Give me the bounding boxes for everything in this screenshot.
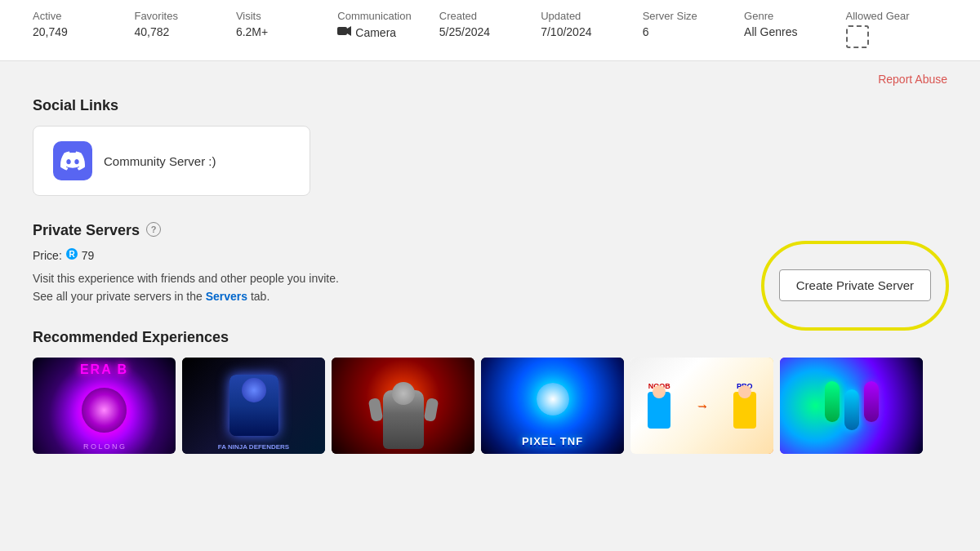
report-abuse-row: Report Abuse xyxy=(33,61,947,94)
create-server-container: Create Private Server xyxy=(779,269,931,301)
card-2-figure xyxy=(229,375,278,436)
stat-favorites-label: Favorites xyxy=(134,10,177,22)
private-servers-text: Visit this experience with friends and o… xyxy=(33,269,779,306)
servers-tab-link[interactable]: Servers xyxy=(206,290,247,303)
game-card-2[interactable]: FA NINJA DEFENDERS xyxy=(182,358,325,454)
stat-favorites-value: 40,782 xyxy=(134,25,169,38)
stat-updated-label: Updated xyxy=(541,10,581,22)
stat-allowed-gear-value xyxy=(846,25,869,51)
stat-created-label: Created xyxy=(439,10,477,22)
report-abuse-link[interactable]: Report Abuse xyxy=(878,73,947,86)
stat-genre-value: All Genres xyxy=(744,25,797,38)
price-label: Price: xyxy=(33,249,62,262)
stat-active-label: Active xyxy=(33,10,61,22)
card-1-orb xyxy=(82,388,127,433)
svg-text:R: R xyxy=(69,250,75,259)
stat-visits: Visits 6.2M+ xyxy=(236,10,337,51)
card-4-orb xyxy=(537,383,569,415)
help-icon[interactable]: ? xyxy=(146,222,161,237)
stat-created: Created 5/25/2024 xyxy=(439,10,541,51)
stat-active-value: 20,749 xyxy=(33,25,68,38)
create-private-server-button[interactable]: Create Private Server xyxy=(779,269,931,301)
stat-visits-value: 6.2M+ xyxy=(236,25,268,38)
svg-rect-0 xyxy=(337,27,347,35)
card-2-title: FA NINJA DEFENDERS xyxy=(182,443,325,451)
stat-server-size-value: 6 xyxy=(643,25,649,38)
social-links-title: Social Links xyxy=(33,97,947,114)
card-3-body xyxy=(383,390,424,449)
private-servers-desc-2: See all your private servers in the Serv… xyxy=(33,287,779,305)
stat-updated: Updated 7/10/2024 xyxy=(541,10,642,51)
social-links-section: Social Links Community Server :) xyxy=(33,97,947,196)
stat-visits-label: Visits xyxy=(236,10,261,22)
game-card-6[interactable] xyxy=(780,358,923,454)
private-servers-section: Private Servers ? Price: R 79 Visit this… xyxy=(33,219,947,306)
private-servers-body: Visit this experience with friends and o… xyxy=(33,269,947,306)
game-cards-row: ERA B R O L O N G FA NINJA DEFENDERS xyxy=(33,358,947,454)
private-servers-header: Private Servers ? xyxy=(33,219,947,239)
stat-allowed-gear: Allowed Gear xyxy=(846,10,947,51)
discord-logo xyxy=(53,141,92,180)
private-servers-title: Private Servers xyxy=(33,222,140,239)
stat-server-size: Server Size 6 xyxy=(643,10,744,51)
card-1-title: ERA B xyxy=(33,362,176,377)
discord-server-label: Community Server :) xyxy=(104,154,216,168)
stat-genre: Genre All Genres xyxy=(744,10,845,51)
stat-allowed-gear-label: Allowed Gear xyxy=(846,10,910,22)
price-value: 79 xyxy=(82,249,95,262)
game-card-4[interactable]: PIXEL TNF xyxy=(481,358,624,454)
game-card-1[interactable]: ERA B R O L O N G xyxy=(33,358,176,454)
recommended-section: Recommended Experiences ERA B R O L O N … xyxy=(33,329,947,454)
discord-card[interactable]: Community Server :) xyxy=(33,126,310,196)
private-servers-desc-1: Visit this experience with friends and o… xyxy=(33,269,779,287)
stat-updated-value: 7/10/2024 xyxy=(541,25,591,38)
stat-genre-label: Genre xyxy=(744,10,773,22)
recommended-title: Recommended Experiences xyxy=(33,329,947,346)
stat-server-size-label: Server Size xyxy=(643,10,697,22)
svg-marker-1 xyxy=(347,26,351,36)
robux-icon: R xyxy=(65,247,78,263)
main-content: Report Abuse Social Links Community Serv… xyxy=(0,61,980,454)
stat-communication-label: Communication xyxy=(337,10,411,22)
stats-bar: Active 20,749 Favorites 40,782 Visits 6.… xyxy=(0,0,980,61)
stat-created-value: 5/25/2024 xyxy=(439,25,490,38)
stat-active: Active 20,749 xyxy=(33,10,134,51)
card-4-title: PIXEL TNF xyxy=(481,435,624,447)
allowed-gear-icon xyxy=(846,25,869,48)
stat-communication: Communication Camera xyxy=(337,10,439,51)
game-card-5[interactable]: NOOB → PRO xyxy=(630,358,773,454)
camera-icon xyxy=(337,25,352,39)
stat-favorites: Favorites 40,782 xyxy=(134,10,235,51)
game-card-3[interactable] xyxy=(332,358,474,454)
card-1-subtitle: R O L O N G xyxy=(33,442,176,451)
card-5-noob: NOOB xyxy=(648,382,670,429)
card-5-pro: PRO xyxy=(733,382,756,429)
stat-communication-value: Camera xyxy=(337,25,396,39)
price-row: Price: R 79 xyxy=(33,247,947,263)
